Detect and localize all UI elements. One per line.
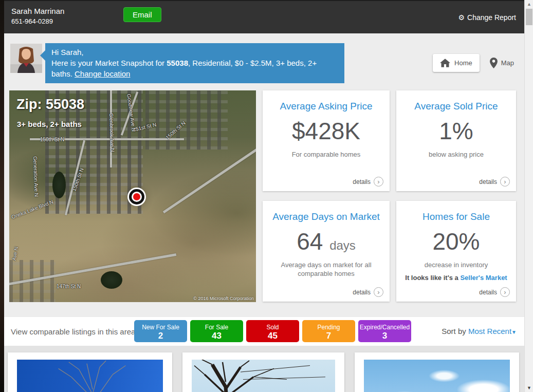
map-button[interactable]: Map — [487, 53, 517, 73]
scrollbar-thumb[interactable] — [526, 9, 532, 25]
street-label: Ave N — [11, 246, 20, 261]
stat-value: 20% — [396, 228, 516, 255]
filter-count: 2 — [134, 331, 187, 341]
filter-count: 3 — [358, 331, 411, 341]
details-label: details — [353, 289, 371, 296]
page: Sarah Marrinan 651-964-0289 Email ⚙Chang… — [4, 0, 524, 392]
stat-title: Average Days on Market — [263, 211, 390, 222]
stat-unit: days — [329, 238, 356, 252]
tree-art — [17, 360, 163, 392]
stat-card-asking-price: Average Asking Price $428K For comparabl… — [263, 90, 390, 191]
chevron-down-icon: ▼ — [511, 329, 517, 335]
agent-photo — [10, 44, 42, 73]
home-icon — [440, 59, 450, 67]
sort-by-label: Sort by — [442, 327, 468, 335]
stat-title: Average Asking Price — [263, 101, 390, 112]
listings-filter-label: View comparable listings in this area — [11, 327, 135, 336]
map-road — [163, 145, 256, 214]
details-link[interactable]: details › — [479, 177, 510, 186]
stat-value: 1% — [396, 117, 516, 145]
chevron-circle-icon: › — [374, 177, 383, 186]
stat-title: Average Sold Price — [396, 101, 516, 112]
listing-photo — [364, 360, 510, 392]
header-bar: Sarah Marrinan 651-964-0289 Email ⚙Chang… — [4, 0, 524, 33]
stat-caption: below asking price — [396, 150, 516, 159]
sort-by: Sort by Most Recent▼ — [442, 327, 517, 335]
sort-value-dropdown[interactable]: Most Recent▼ — [468, 327, 517, 335]
change-location-link[interactable]: Change location — [75, 69, 130, 78]
street-label: Generation Ave N — [32, 156, 40, 197]
stat-card-days-on-market: Average Days on Market 64 days Average d… — [263, 201, 390, 302]
stat-card-sold-price: Average Sold Price 1% below asking price… — [396, 90, 516, 191]
hero-section: Hi Sarah, Here is your Market Snapshot f… — [4, 33, 524, 90]
map-marker[interactable] — [133, 193, 140, 200]
filter-label: Sold — [246, 324, 299, 331]
background-edge — [0, 0, 4, 392]
filter-sold-button[interactable]: Sold 45 — [246, 320, 299, 342]
listing-photo — [192, 360, 335, 392]
listings-filter-bar: View comparable listings in this area Ne… — [4, 317, 524, 346]
details-link[interactable]: details › — [479, 287, 510, 297]
map-pin-icon — [490, 58, 498, 68]
stat-value: 64 days — [263, 228, 390, 255]
greeting-banner: Hi Sarah, Here is your Market Snapshot f… — [45, 43, 344, 83]
filter-label: Expired/Cancelled — [358, 324, 411, 331]
hero-nav: Home Map — [433, 53, 517, 73]
change-report-button[interactable]: ⚙Change Report — [458, 13, 516, 22]
map-pond — [101, 271, 122, 289]
stat-caption: decrease in inventory — [396, 260, 516, 269]
details-label: details — [353, 178, 371, 185]
market-type-prefix: It looks like it's a — [405, 274, 460, 282]
chevron-circle-icon: › — [374, 287, 383, 297]
stat-title: Homes for Sale — [396, 211, 516, 222]
map-houses-area — [145, 90, 228, 150]
filter-label: For Sale — [190, 324, 243, 331]
chevron-circle-icon: › — [500, 177, 510, 186]
snapshot-line-prefix: Here is your Market Snapshot for — [51, 59, 167, 67]
sellers-market-link[interactable]: Seller's Market — [460, 274, 507, 282]
filter-label: Pending — [302, 324, 355, 331]
stat-value: $428K — [263, 117, 390, 145]
listing-card[interactable] — [182, 352, 344, 392]
scroll-down-icon[interactable]: ▼ — [525, 384, 533, 392]
stat-caption: Average days on market for all comparabl… — [263, 260, 390, 278]
map-filters-overlay: 3+ beds, 2+ baths — [17, 120, 82, 128]
filter-label: New For Sale — [134, 324, 187, 331]
agent-info: Sarah Marrinan 651-964-0289 — [11, 7, 64, 25]
details-label: details — [479, 178, 497, 185]
agent-headshot-art — [10, 44, 42, 73]
map-zip-overlay: Zip: 55038 — [16, 97, 84, 113]
listing-card[interactable] — [355, 352, 519, 392]
gear-icon: ⚙ — [458, 13, 465, 22]
listing-photo — [17, 360, 163, 392]
stat-card-homes-for-sale: Homes for Sale 20% decrease in inventory… — [396, 201, 516, 302]
street-label: 147th St N — [57, 284, 81, 289]
details-link[interactable]: details › — [353, 287, 383, 297]
home-button[interactable]: Home — [433, 54, 480, 72]
scrollbar[interactable]: ▲ ▼ — [524, 0, 533, 392]
scroll-up-icon[interactable]: ▲ — [525, 0, 533, 8]
filter-count: 43 — [190, 331, 243, 341]
listing-card[interactable] — [8, 352, 172, 392]
filter-expired-cancelled-button[interactable]: Expired/Cancelled 3 — [358, 320, 411, 342]
filter-new-for-sale-button[interactable]: New For Sale 2 — [134, 320, 187, 342]
agent-name: Sarah Marrinan — [11, 7, 64, 15]
home-label: Home — [454, 59, 472, 67]
map-copyright: © 2016 Microsoft Corporation — [193, 296, 254, 301]
filter-for-sale-button[interactable]: For Sale 43 — [190, 320, 243, 342]
map-label: Map — [501, 59, 514, 67]
email-button[interactable]: Email — [123, 7, 161, 22]
filter-count: 45 — [246, 331, 299, 341]
market-type-note: It looks like it's a Seller's Market — [396, 274, 516, 282]
details-label: details — [479, 289, 497, 296]
filter-pending-button[interactable]: Pending 7 — [302, 320, 355, 342]
filter-buttons: New For Sale 2 For Sale 43 Sold 45 Pendi… — [134, 320, 411, 342]
details-link[interactable]: details › — [353, 177, 383, 186]
filter-count: 7 — [302, 331, 355, 341]
tree-art — [192, 360, 335, 392]
listings-section — [4, 346, 524, 392]
snapshot-zip: 55038 — [167, 59, 188, 67]
agent-phone: 651-964-0289 — [11, 17, 64, 25]
map-pond — [52, 172, 66, 198]
map[interactable]: 150th St N Generation Ave N Oneka Lake B… — [9, 90, 256, 302]
